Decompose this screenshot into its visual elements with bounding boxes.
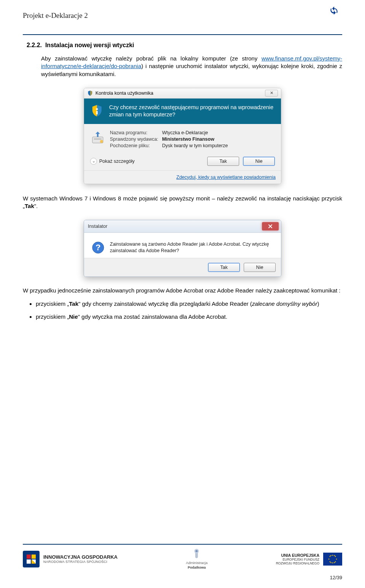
- svg-point-19: [335, 556, 336, 557]
- no-button[interactable]: Nie: [244, 263, 276, 272]
- footer-logo-center: Administracja Podatkowa: [186, 548, 208, 569]
- close-icon: [268, 224, 273, 229]
- installer-body: ? Zainstalowane są zarówno Adobe Reader …: [84, 233, 281, 258]
- footer-logo-right: UNIA EUROPEJSKA EUROPEJSKI FUNDUSZ ROZWO…: [276, 553, 342, 566]
- intro-paragraph: Aby zainstalować wtyczkę należy pobrać p…: [41, 55, 342, 78]
- svg-text:?: ?: [95, 243, 100, 252]
- close-button[interactable]: ✕: [265, 90, 278, 97]
- svg-rect-1: [94, 138, 102, 140]
- label-publisher: Sprawdzony wydawca:: [110, 137, 158, 142]
- svg-rect-6: [27, 555, 31, 559]
- close-icon: ✕: [270, 91, 273, 95]
- para-after-uac: W systemach Windows 7 i Windows 8 może p…: [23, 195, 342, 210]
- svg-point-17: [336, 558, 337, 559]
- footer-logo-left: INNOWACYJNA GOSPODARKA NARODOWA STRATEGI…: [23, 551, 117, 567]
- admin-icon: [193, 548, 200, 560]
- footer-divider: [23, 544, 342, 545]
- installer-footer: Tak Nie: [84, 258, 281, 277]
- svg-point-12: [195, 550, 198, 552]
- svg-rect-7: [32, 555, 36, 559]
- question-icon: ?: [92, 241, 105, 254]
- installer-icon: [90, 130, 105, 145]
- yes-button[interactable]: Tak: [208, 263, 240, 272]
- ig-logo-icon: [23, 551, 40, 567]
- svg-point-2: [100, 140, 103, 143]
- project-title: Projekt e-Deklaracje 2: [23, 11, 342, 22]
- value-program: Wtyczka e-Deklaracje: [162, 130, 228, 135]
- svg-point-18: [330, 556, 331, 557]
- close-button[interactable]: [262, 222, 279, 230]
- installer-message: Zainstalowane są zarówno Adobe Reader ja…: [110, 241, 273, 254]
- svg-point-15: [332, 562, 333, 563]
- shield-icon: [90, 104, 104, 118]
- document-footer: INNOWACYJNA GOSPODARKA NARODOWA STRATEGI…: [23, 544, 342, 580]
- installer-titlebar: Instalator: [84, 220, 281, 233]
- label-program: Nazwa programu:: [110, 130, 158, 135]
- svg-point-20: [330, 561, 331, 562]
- show-details-toggle[interactable]: ⌄ Pokaż szczegóły: [90, 158, 135, 165]
- svg-rect-8: [27, 559, 31, 564]
- svg-rect-13: [323, 553, 342, 566]
- para-after-installer: W przypadku jednocześnie zainstalowanych…: [23, 287, 342, 294]
- list-item: przyciskiem „Tak" gdy chcemy zainstalowa…: [36, 300, 342, 308]
- bullet-list: przyciskiem „Tak" gdy chcemy zainstalowa…: [36, 300, 342, 321]
- no-button[interactable]: Nie: [243, 157, 275, 166]
- uac-footer: Zdecyduj, kiedy są wyświetlane powiadomi…: [84, 170, 281, 184]
- label-origin: Pochodzenie pliku:: [110, 143, 158, 148]
- svg-point-14: [332, 555, 333, 556]
- svg-point-24: [330, 562, 332, 563]
- header-divider: [23, 34, 342, 35]
- svg-point-16: [328, 558, 330, 559]
- uac-body: Nazwa programu: Wtyczka e-Deklaracje Spr…: [84, 124, 281, 170]
- uac-titlebar: Kontrola konta użytkownika ✕: [84, 88, 281, 99]
- shield-icon: [87, 90, 93, 96]
- yes-button[interactable]: Tak: [207, 157, 239, 166]
- installer-dialog: Instalator ? Zainstalowane są zarówno Ad…: [84, 220, 281, 277]
- page-number: 12/39: [23, 575, 342, 580]
- uac-question-area: Czy chcesz zezwolić następującemu progra…: [84, 99, 281, 124]
- chevron-down-icon: ⌄: [90, 158, 97, 165]
- value-origin: Dysk twardy w tym komputerze: [162, 143, 228, 148]
- section-heading: 2.2.2. Instalacja nowej wersji wtyczki: [27, 42, 342, 49]
- eu-flag-icon: [323, 553, 342, 566]
- svg-point-22: [330, 555, 332, 556]
- svg-point-23: [334, 555, 335, 556]
- uac-meta-grid: Nazwa programu: Wtyczka e-Deklaracje Spr…: [110, 130, 228, 148]
- uac-settings-link[interactable]: Zdecyduj, kiedy są wyświetlane powiadomi…: [176, 175, 276, 180]
- uac-dialog: Kontrola konta użytkownika ✕ Czy chcesz …: [84, 88, 281, 184]
- installer-title: Instalator: [88, 224, 107, 229]
- value-publisher: Ministerstwo Finansow: [162, 137, 228, 142]
- list-item: przyciskiem „Nie" gdy wtyczka ma zostać …: [36, 313, 342, 321]
- uac-title: Kontrola konta użytkownika: [95, 91, 153, 96]
- uac-question: Czy chcesz zezwolić następującemu progra…: [109, 104, 275, 119]
- svg-point-25: [334, 562, 335, 563]
- svg-point-21: [335, 561, 336, 562]
- refresh-icon: [329, 6, 339, 16]
